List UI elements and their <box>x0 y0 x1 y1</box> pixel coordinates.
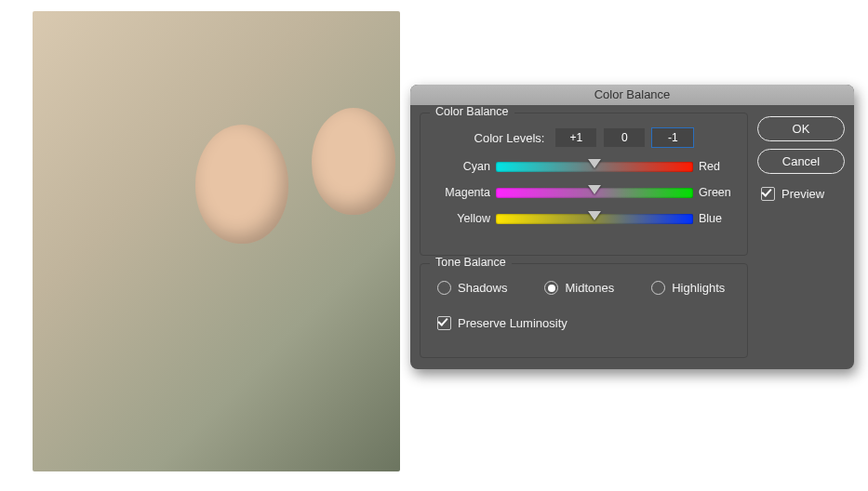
check-icon <box>761 187 775 201</box>
slider-thumb[interactable] <box>588 159 601 168</box>
slider-left-label: Cyan <box>421 160 496 173</box>
slider-right-label: Green <box>693 186 747 199</box>
radio-icon <box>651 281 665 295</box>
group-tone-legend: Tone Balance <box>430 256 512 269</box>
dialog-title: Color Balance <box>594 87 671 101</box>
radio-label: Midtones <box>565 281 614 295</box>
button-label: OK <box>793 122 810 136</box>
face-overlay-2 <box>312 108 395 215</box>
radio-highlights[interactable]: Highlights <box>651 281 725 295</box>
slider-left-label: Magenta <box>421 186 496 199</box>
level-cyan-red-input[interactable] <box>555 128 596 147</box>
slider-magenta-green: Magenta Green <box>421 180 747 205</box>
slider-right-label: Blue <box>693 212 747 225</box>
slider-left-label: Yellow <box>421 212 496 225</box>
slider-thumb[interactable] <box>588 185 601 194</box>
group-color-balance: Color Balance Color Levels: Cyan Red Mag… <box>420 113 748 256</box>
level-magenta-green-input[interactable] <box>604 128 645 147</box>
check-icon <box>437 316 451 330</box>
checkbox-preview[interactable]: Preview <box>761 187 845 201</box>
group-color-legend: Color Balance <box>430 105 514 118</box>
level-yellow-blue-input[interactable] <box>652 128 693 147</box>
radio-label: Shadows <box>458 281 507 295</box>
dialog-titlebar[interactable]: Color Balance <box>410 85 854 105</box>
radio-icon <box>437 281 451 295</box>
radio-shadows[interactable]: Shadows <box>437 281 507 295</box>
dialog-side-column: OK Cancel Preview <box>757 116 845 201</box>
tone-radio-row: Shadows Midtones Highlights <box>437 281 730 295</box>
slider-track-mag-green[interactable] <box>496 188 693 198</box>
editor-photo <box>33 11 400 471</box>
check-label: Preview <box>781 187 824 201</box>
slider-cyan-red: Cyan Red <box>421 154 747 179</box>
check-label: Preserve Luminosity <box>458 316 568 330</box>
radio-midtones[interactable]: Midtones <box>544 281 614 295</box>
slider-right-label: Red <box>693 160 747 173</box>
dialog-body: Color Balance Color Levels: Cyan Red Mag… <box>410 105 854 369</box>
photo-placeholder <box>33 11 400 471</box>
button-label: Cancel <box>782 154 820 168</box>
face-overlay-1 <box>195 125 288 244</box>
cancel-button[interactable]: Cancel <box>757 149 845 174</box>
radio-icon <box>544 281 558 295</box>
radio-label: Highlights <box>672 281 725 295</box>
group-tone-balance: Tone Balance Shadows Midtones Highlights… <box>420 263 748 358</box>
color-levels-label: Color Levels: <box>474 131 545 145</box>
ok-button[interactable]: OK <box>757 116 845 141</box>
color-balance-dialog: Color Balance Color Balance Color Levels… <box>410 85 854 369</box>
slider-track-yel-blue[interactable] <box>496 214 693 224</box>
checkbox-preserve-luminosity[interactable]: Preserve Luminosity <box>437 316 568 330</box>
slider-track-cyan-red[interactable] <box>496 162 693 172</box>
slider-thumb[interactable] <box>588 211 601 220</box>
color-levels-row: Color Levels: <box>421 128 747 147</box>
slider-yellow-blue: Yellow Blue <box>421 206 747 231</box>
